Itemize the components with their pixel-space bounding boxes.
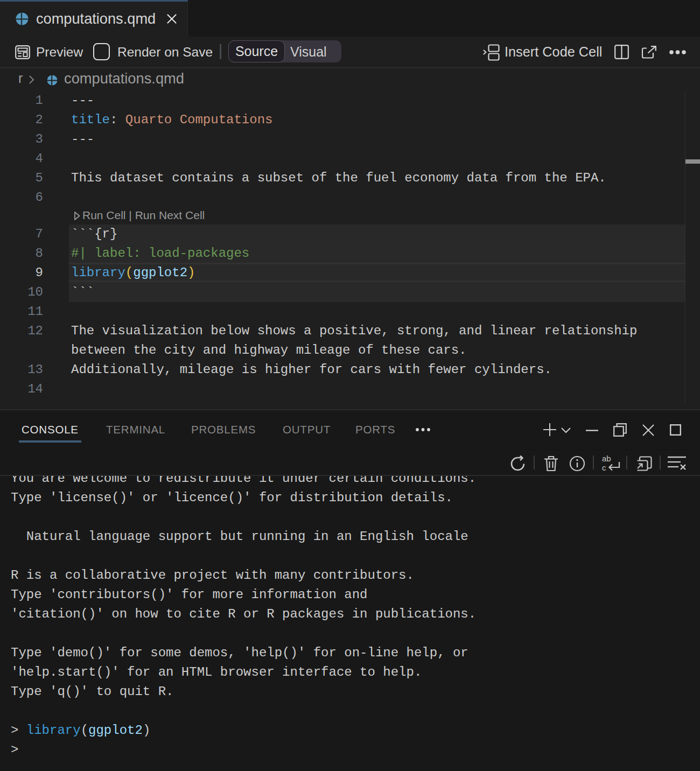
svg-text:c: c <box>602 463 606 472</box>
svg-text:ab: ab <box>602 454 611 463</box>
